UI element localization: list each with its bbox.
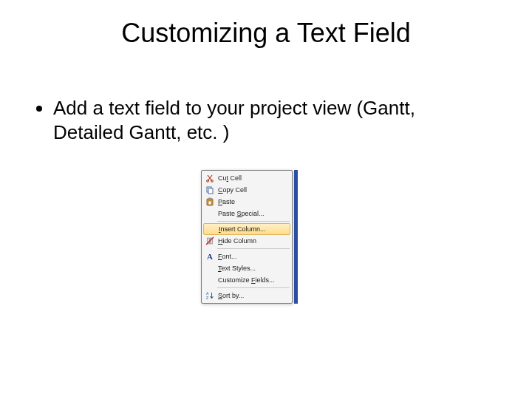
menu-item-label: Hide Column bbox=[218, 237, 256, 245]
menu-item-copy[interactable]: Copy Cell bbox=[202, 184, 291, 196]
menu-item-label: Paste Special... bbox=[218, 210, 265, 217]
menu-item-label: Customize Fields... bbox=[218, 276, 275, 284]
menu-item-paste[interactable]: Paste bbox=[202, 196, 291, 208]
menu-item-font[interactable]: AFont... bbox=[202, 250, 291, 262]
blank-icon bbox=[204, 208, 216, 219]
slide-title: Customizing a Text Field bbox=[0, 18, 532, 49]
context-menu-screenshot: Cut CellCopy CellPastePaste Special...In… bbox=[201, 170, 293, 304]
menu-item-customize[interactable]: Customize Fields... bbox=[202, 274, 291, 286]
scissors-icon bbox=[204, 173, 216, 183]
menu-item-text-styles[interactable]: Text Styles... bbox=[202, 262, 291, 274]
menu-item-label: Paste bbox=[218, 198, 235, 205]
svg-text:A: A bbox=[207, 252, 213, 261]
hide-icon bbox=[204, 236, 216, 246]
menu-item-paste-special[interactable]: Paste Special... bbox=[202, 208, 291, 219]
slide: Customizing a Text Field Add a text fiel… bbox=[0, 0, 532, 399]
menu-item-label: Font... bbox=[218, 253, 237, 260]
menu-item-label: Text Styles... bbox=[218, 265, 256, 272]
paste-icon bbox=[204, 197, 216, 207]
menu-item-label: Insert Column... bbox=[219, 225, 266, 233]
blank-icon bbox=[204, 275, 216, 285]
svg-text:Z: Z bbox=[206, 296, 208, 300]
sort-icon: AZ bbox=[204, 290, 216, 301]
svg-rect-6 bbox=[208, 201, 211, 205]
svg-rect-5 bbox=[208, 198, 211, 200]
menu-divider bbox=[217, 287, 290, 288]
menu-item-label: Sort by... bbox=[218, 292, 244, 299]
bullet-block: Add a text field to your project view (G… bbox=[33, 96, 488, 144]
blank-icon bbox=[205, 224, 216, 234]
bullet-item: Add a text field to your project view (G… bbox=[53, 96, 488, 144]
menu-item-sort[interactable]: AZSort by... bbox=[202, 290, 291, 301]
svg-rect-3 bbox=[208, 188, 213, 194]
menu-divider bbox=[217, 248, 290, 249]
menu-item-cut[interactable]: Cut Cell bbox=[202, 172, 291, 184]
menu-item-label: Copy Cell bbox=[218, 186, 247, 194]
context-menu: Cut CellCopy CellPastePaste Special...In… bbox=[201, 170, 293, 304]
menu-item-insert-column[interactable]: Insert Column... bbox=[203, 223, 290, 235]
menu-divider bbox=[217, 221, 290, 222]
blank-icon bbox=[204, 263, 216, 273]
menu-item-label: Cut Cell bbox=[218, 174, 242, 182]
menu-item-hide-column[interactable]: Hide Column bbox=[202, 235, 291, 247]
font-icon: A bbox=[204, 251, 216, 262]
window-edge bbox=[294, 170, 298, 304]
copy-icon bbox=[204, 185, 216, 195]
